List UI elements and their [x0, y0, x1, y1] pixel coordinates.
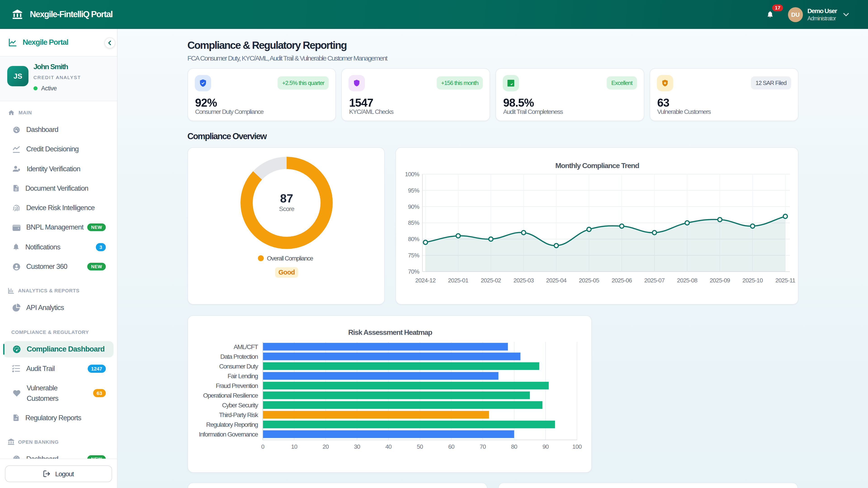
svg-text:70%: 70% [408, 268, 419, 275]
svg-text:95%: 95% [408, 187, 419, 194]
svg-text:60: 60 [448, 443, 454, 450]
svg-text:Monthly Compliance Trend: Monthly Compliance Trend [555, 161, 639, 169]
svg-text:Data Protection: Data Protection [220, 353, 258, 360]
svg-text:10: 10 [291, 443, 297, 450]
svg-text:Fraud Prevention: Fraud Prevention [216, 382, 258, 389]
svg-text:50: 50 [416, 443, 423, 450]
svg-text:70: 70 [479, 443, 486, 450]
svg-text:40: 40 [385, 443, 392, 450]
svg-text:AML/CFT: AML/CFT [233, 343, 258, 350]
svg-text:2025-06: 2025-06 [612, 277, 632, 284]
svg-text:Fair Lending: Fair Lending [227, 372, 258, 379]
svg-text:2025-01: 2025-01 [448, 277, 468, 284]
svg-text:Cyber Security: Cyber Security [222, 401, 258, 409]
svg-text:0: 0 [261, 443, 264, 450]
svg-text:2025-02: 2025-02 [480, 277, 501, 284]
svg-text:2025-11: 2025-11 [775, 277, 795, 284]
svg-text:2025-09: 2025-09 [710, 277, 730, 284]
svg-text:Information Governance: Information Governance [199, 431, 258, 437]
svg-text:Overall Compliance: Overall Compliance [267, 255, 313, 262]
svg-text:80%: 80% [408, 235, 419, 242]
svg-text:2024-12: 2024-12 [415, 277, 435, 284]
svg-text:75%: 75% [408, 252, 419, 258]
svg-text:Score: Score [279, 205, 294, 212]
svg-text:100%: 100% [405, 170, 419, 177]
svg-text:Good: Good [278, 268, 295, 275]
svg-text:87: 87 [280, 192, 293, 205]
svg-text:80: 80 [511, 443, 517, 450]
svg-text:90: 90 [542, 443, 549, 450]
svg-text:100: 100 [572, 443, 581, 450]
svg-text:2025-03: 2025-03 [513, 277, 533, 284]
svg-text:2025-07: 2025-07 [644, 277, 664, 284]
svg-text:Consumer Duty: Consumer Duty [219, 363, 258, 369]
svg-text:2025-08: 2025-08 [677, 277, 697, 284]
svg-text:Regulatory Reporting: Regulatory Reporting [206, 421, 258, 428]
svg-text:30: 30 [354, 443, 360, 450]
svg-text:Third-Party Risk: Third-Party Risk [219, 411, 258, 418]
svg-text:2025-10: 2025-10 [742, 277, 763, 284]
svg-text:85%: 85% [408, 219, 419, 226]
svg-text:90%: 90% [408, 203, 419, 210]
svg-text:2025-05: 2025-05 [579, 277, 599, 284]
svg-text:20: 20 [322, 443, 329, 450]
svg-text:Risk Assessment Heatmap: Risk Assessment Heatmap [348, 328, 432, 336]
svg-text:2025-04: 2025-04 [546, 277, 566, 284]
svg-text:Operational Resilience: Operational Resilience [203, 392, 258, 399]
